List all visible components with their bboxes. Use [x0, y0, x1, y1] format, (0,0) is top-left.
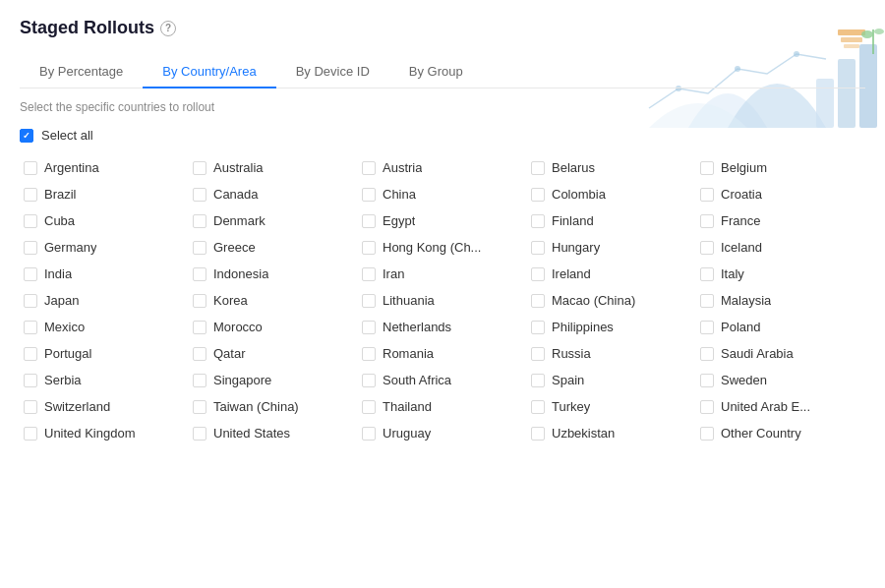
country-item[interactable]: Denmark [189, 207, 358, 234]
country-item[interactable]: Iceland [696, 234, 865, 261]
country-checkbox[interactable] [700, 347, 714, 361]
country-item[interactable]: United Kingdom [20, 420, 189, 446]
country-item[interactable]: Brazil [20, 181, 189, 207]
country-item[interactable]: Colombia [527, 181, 696, 207]
country-checkbox[interactable] [24, 321, 37, 334]
country-item[interactable]: Qatar [189, 340, 358, 367]
country-checkbox[interactable] [700, 427, 714, 441]
country-checkbox[interactable] [193, 400, 206, 414]
country-item[interactable]: Belarus [527, 154, 696, 181]
country-item[interactable]: Indonesia [189, 261, 358, 287]
country-item[interactable]: Macao (China) [527, 287, 696, 314]
country-checkbox[interactable] [362, 347, 376, 361]
country-checkbox[interactable] [531, 347, 545, 361]
country-item[interactable]: Romania [358, 340, 527, 367]
country-item[interactable]: Argentina [20, 154, 189, 181]
country-checkbox[interactable] [700, 267, 714, 281]
country-checkbox[interactable] [24, 347, 37, 361]
country-item[interactable]: Finland [527, 207, 696, 234]
country-item[interactable]: Mexico [20, 314, 189, 340]
country-checkbox[interactable] [24, 241, 37, 255]
country-item[interactable]: South Africa [358, 367, 527, 393]
country-checkbox[interactable] [193, 347, 206, 361]
country-checkbox[interactable] [362, 214, 376, 228]
country-item[interactable]: Switzerland [20, 393, 189, 420]
country-item[interactable]: Australia [189, 154, 358, 181]
country-item[interactable]: Canada [189, 181, 358, 207]
country-item[interactable]: Egypt [358, 207, 527, 234]
country-checkbox[interactable] [24, 267, 37, 281]
country-checkbox[interactable] [362, 400, 376, 414]
country-checkbox[interactable] [193, 188, 206, 202]
country-item[interactable]: Belgium [696, 154, 865, 181]
country-checkbox[interactable] [193, 294, 206, 308]
country-checkbox[interactable] [362, 161, 376, 175]
country-item[interactable]: Japan [20, 287, 189, 314]
country-item[interactable]: Uruguay [358, 420, 527, 446]
country-item[interactable]: Other Country [696, 420, 865, 446]
country-item[interactable]: United States [189, 420, 358, 446]
country-item[interactable]: Uzbekistan [527, 420, 696, 446]
country-checkbox[interactable] [362, 321, 376, 334]
country-checkbox[interactable] [531, 241, 545, 255]
country-checkbox[interactable] [193, 214, 206, 228]
country-checkbox[interactable] [193, 267, 206, 281]
country-item[interactable]: Germany [20, 234, 189, 261]
country-item[interactable]: Italy [696, 261, 865, 287]
country-checkbox[interactable] [362, 427, 376, 441]
country-checkbox[interactable] [531, 321, 545, 334]
country-checkbox[interactable] [193, 427, 206, 441]
country-checkbox[interactable] [362, 188, 376, 202]
tab-group[interactable]: By Group [389, 56, 483, 88]
country-checkbox[interactable] [531, 427, 545, 441]
country-checkbox[interactable] [700, 241, 714, 255]
country-item[interactable]: Thailand [358, 393, 527, 420]
select-all-checkbox[interactable] [20, 129, 33, 143]
country-item[interactable]: Serbia [20, 367, 189, 393]
country-checkbox[interactable] [531, 161, 545, 175]
country-item[interactable]: Portugal [20, 340, 189, 367]
country-item[interactable]: United Arab E... [696, 393, 865, 420]
country-checkbox[interactable] [700, 214, 714, 228]
country-checkbox[interactable] [531, 294, 545, 308]
country-checkbox[interactable] [700, 400, 714, 414]
country-checkbox[interactable] [193, 161, 206, 175]
country-item[interactable]: Morocco [189, 314, 358, 340]
country-checkbox[interactable] [24, 427, 37, 441]
country-checkbox[interactable] [700, 161, 714, 175]
country-checkbox[interactable] [24, 214, 37, 228]
country-checkbox[interactable] [24, 161, 37, 175]
country-item[interactable]: Spain [527, 367, 696, 393]
country-checkbox[interactable] [531, 188, 545, 202]
country-checkbox[interactable] [700, 188, 714, 202]
country-item[interactable]: Hong Kong (Ch... [358, 234, 527, 261]
country-checkbox[interactable] [24, 374, 37, 387]
tab-country[interactable]: By Country/Area [143, 56, 275, 88]
country-item[interactable]: Croatia [696, 181, 865, 207]
country-checkbox[interactable] [531, 400, 545, 414]
country-checkbox[interactable] [193, 321, 206, 334]
country-checkbox[interactable] [700, 294, 714, 308]
country-item[interactable]: France [696, 207, 865, 234]
tab-percentage[interactable]: By Percentage [20, 56, 143, 88]
country-item[interactable]: Saudi Arabia [696, 340, 865, 367]
country-checkbox[interactable] [24, 400, 37, 414]
country-checkbox[interactable] [362, 374, 376, 387]
tab-device[interactable]: By Device ID [276, 56, 389, 88]
country-item[interactable]: Poland [696, 314, 865, 340]
country-checkbox[interactable] [193, 241, 206, 255]
country-item[interactable]: Lithuania [358, 287, 527, 314]
country-item[interactable]: Malaysia [696, 287, 865, 314]
country-checkbox[interactable] [362, 267, 376, 281]
country-item[interactable]: Korea [189, 287, 358, 314]
country-item[interactable]: Philippines [527, 314, 696, 340]
country-item[interactable]: Iran [358, 261, 527, 287]
country-checkbox[interactable] [193, 374, 206, 387]
country-item[interactable]: China [358, 181, 527, 207]
country-item[interactable]: Netherlands [358, 314, 527, 340]
country-checkbox[interactable] [700, 374, 714, 387]
country-item[interactable]: Taiwan (China) [189, 393, 358, 420]
country-item[interactable]: Turkey [527, 393, 696, 420]
country-checkbox[interactable] [700, 321, 714, 334]
help-icon[interactable]: ? [160, 21, 176, 36]
